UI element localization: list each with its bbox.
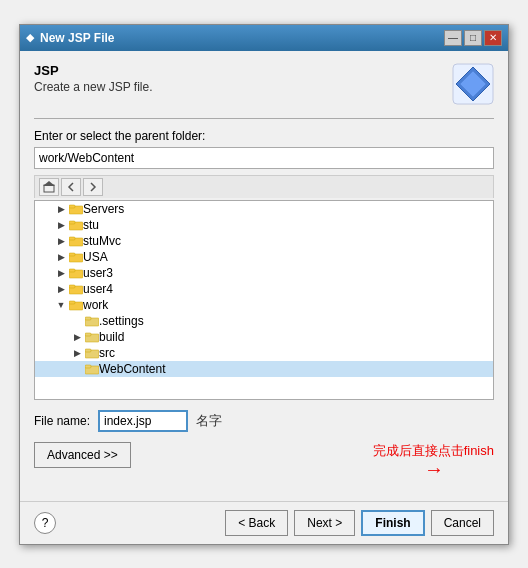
tree-item-user3[interactable]: ▶ user3 [35, 265, 493, 281]
tree-toggle-stumvc: ▶ [55, 235, 67, 247]
tree-label-settings: .settings [99, 314, 144, 328]
close-button[interactable]: ✕ [484, 30, 502, 46]
dialog-window: ◆ New JSP File — □ ✕ JSP Create a new JS… [19, 24, 509, 545]
tree-item-src[interactable]: ▶ src [35, 345, 493, 361]
svg-rect-26 [85, 365, 91, 368]
window-title: New JSP File [40, 31, 114, 45]
svg-rect-20 [85, 317, 91, 320]
section-header: JSP Create a new JSP file. [34, 63, 153, 94]
title-buttons: — □ ✕ [444, 30, 502, 46]
tree-toggle-settings [71, 315, 83, 327]
tree-label-webcontent: WebContent [99, 362, 166, 376]
folder-label: Enter or select the parent folder: [34, 129, 494, 143]
file-name-label: File name: [34, 414, 90, 428]
folder-icon-work [69, 299, 83, 311]
tree-item-webcontent[interactable]: WebContent [35, 361, 493, 377]
folder-icon-settings [85, 315, 99, 327]
title-bar: ◆ New JSP File — □ ✕ [20, 25, 508, 51]
file-name-row: File name: 名字 [34, 410, 494, 432]
annotation-area: 完成后直接点击finish → [373, 442, 494, 481]
tree-toggle-usa: ▶ [55, 251, 67, 263]
tree-toggle-work: ▼ [55, 299, 67, 311]
window-icon: ◆ [26, 31, 34, 44]
tree-item-servers[interactable]: ▶ Servers [35, 201, 493, 217]
svg-rect-14 [69, 269, 75, 272]
svg-rect-16 [69, 285, 75, 288]
bottom-bar: ? < Back Next > Finish Cancel [20, 501, 508, 544]
tree-item-stu[interactable]: ▶ stu [35, 217, 493, 233]
wizard-icon [452, 63, 494, 108]
tree-forward-button[interactable] [83, 178, 103, 196]
folder-icon-stumvc [69, 235, 83, 247]
tree-item-work[interactable]: ▼ work [35, 297, 493, 313]
svg-rect-3 [44, 185, 54, 192]
tree-toggle-user4: ▶ [55, 283, 67, 295]
tree-label-src: src [99, 346, 115, 360]
folder-icon-servers [69, 203, 83, 215]
tree-toggle-servers: ▶ [55, 203, 67, 215]
help-button[interactable]: ? [34, 512, 56, 534]
svg-rect-12 [69, 253, 75, 256]
svg-rect-24 [85, 349, 91, 352]
svg-rect-18 [69, 301, 75, 304]
folder-icon-stu [69, 219, 83, 231]
tree-container[interactable]: ▶ Servers ▶ stu ▶ stuMvc ▶ USA [34, 200, 494, 400]
tree-item-build[interactable]: ▶ build [35, 329, 493, 345]
file-name-input[interactable] [98, 410, 188, 432]
tree-label-build: build [99, 330, 124, 344]
tree-label-work: work [83, 298, 108, 312]
advanced-button[interactable]: Advanced >> [34, 442, 131, 468]
svg-marker-4 [43, 181, 55, 186]
tree-toolbar [34, 175, 494, 198]
dialog-content: JSP Create a new JSP file. Enter or sele… [20, 51, 508, 493]
arrow-icon: → [424, 458, 444, 481]
title-bar-left: ◆ New JSP File [26, 31, 114, 45]
folder-icon-usa [69, 251, 83, 263]
folder-icon-user4 [69, 283, 83, 295]
folder-icon-webcontent [85, 363, 99, 375]
tree-toggle-src: ▶ [71, 347, 83, 359]
tree-item-user4[interactable]: ▶ user4 [35, 281, 493, 297]
folder-icon-src [85, 347, 99, 359]
tree-item-stumvc[interactable]: ▶ stuMvc [35, 233, 493, 249]
svg-rect-10 [69, 237, 75, 240]
tree-label-stu: stu [83, 218, 99, 232]
tree-label-user3: user3 [83, 266, 113, 280]
folder-input[interactable] [34, 147, 494, 169]
folder-icon-build [85, 331, 99, 343]
svg-rect-8 [69, 221, 75, 224]
tree-item-usa[interactable]: ▶ USA [35, 249, 493, 265]
tree-toggle-user3: ▶ [55, 267, 67, 279]
section-divider [34, 118, 494, 119]
nav-buttons: < Back Next > Finish Cancel [225, 510, 494, 536]
tree-toggle-stu: ▶ [55, 219, 67, 231]
finish-button[interactable]: Finish [361, 510, 424, 536]
maximize-button[interactable]: □ [464, 30, 482, 46]
folder-icon-user3 [69, 267, 83, 279]
minimize-button[interactable]: — [444, 30, 462, 46]
section-description: Create a new JSP file. [34, 80, 153, 94]
svg-rect-22 [85, 333, 91, 336]
tree-home-button[interactable] [39, 178, 59, 196]
next-button[interactable]: Next > [294, 510, 355, 536]
section-title: JSP [34, 63, 153, 78]
tree-label-usa: USA [83, 250, 108, 264]
tree-label-stumvc: stuMvc [83, 234, 121, 248]
tree-item-settings[interactable]: .settings [35, 313, 493, 329]
tree-label-servers: Servers [83, 202, 124, 216]
cancel-button[interactable]: Cancel [431, 510, 494, 536]
tree-toggle-webcontent [71, 363, 83, 375]
tree-label-user4: user4 [83, 282, 113, 296]
tree-toggle-build: ▶ [71, 331, 83, 343]
back-button[interactable]: < Back [225, 510, 288, 536]
svg-rect-6 [69, 205, 75, 208]
file-name-hint: 名字 [196, 412, 222, 430]
tree-back-button[interactable] [61, 178, 81, 196]
